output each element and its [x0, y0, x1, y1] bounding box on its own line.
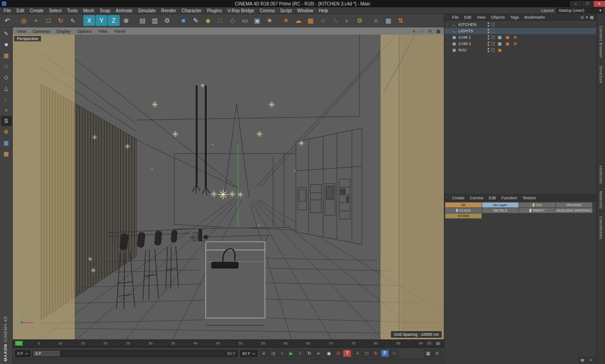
layer-chip[interactable]	[491, 42, 495, 46]
timeline-tick[interactable]: 35	[171, 341, 175, 345]
live-selection-button[interactable]: ◎	[18, 15, 30, 26]
z-axis-lock-button[interactable]: Z	[108, 15, 120, 26]
goto-last-frame-button[interactable]: »	[314, 349, 323, 357]
scale-tool-button[interactable]: □	[42, 15, 54, 26]
pan-view-icon[interactable]: +	[410, 28, 417, 34]
material-manager-menu-item[interactable]: Corona	[467, 196, 486, 200]
current-frame-field[interactable]: 0 F ◂▸	[15, 350, 31, 357]
x-axis-lock-button[interactable]: X	[83, 15, 95, 26]
viewport-3d-scene[interactable]: Perspective Grid Spacing : 10000 cm	[13, 35, 444, 339]
layer-building-materials-button[interactable]: BUILDING MATERIALS	[556, 208, 592, 213]
axis-mode-button[interactable]: ∟	[1, 94, 12, 104]
corona-camera-tag-icon[interactable]: ▣	[504, 41, 510, 46]
key-parameter-button[interactable]: P	[381, 349, 389, 357]
timeline-tick[interactable]: 55	[261, 341, 265, 345]
object-manager-menu-item[interactable]: File	[449, 15, 462, 20]
object-row-nav[interactable]: ∷ ▣ NAV ▣	[444, 47, 596, 53]
layer-chip[interactable]	[491, 35, 495, 39]
corona-sky-button[interactable]: ☁	[292, 15, 304, 26]
viewport-menu-item[interactable]: Filter	[95, 29, 111, 34]
separator[interactable]	[132, 15, 136, 26]
layer-stone-button[interactable]: STONE	[445, 213, 482, 218]
timeline-range-slider[interactable]: 0 F 90 F	[32, 350, 238, 357]
material-manager-menu-item[interactable]: Texture	[520, 196, 539, 200]
range-slider-handle[interactable]: 0 F	[33, 351, 60, 356]
separator[interactable]	[173, 15, 177, 26]
add-light-button[interactable]: ☀	[264, 15, 275, 26]
separator[interactable]	[14, 15, 17, 26]
separator[interactable]	[366, 15, 370, 26]
object-manager-menu-item[interactable]: Edit	[462, 15, 474, 20]
protection-tag-icon[interactable]: ⊘	[512, 41, 518, 46]
rotate-tool-button[interactable]: ↻	[55, 15, 66, 26]
minimize-button[interactable]: –	[570, 1, 581, 7]
prev-keyframe-icon[interactable]: ◇	[426, 340, 433, 346]
goto-next-frame-button[interactable]: ›	[296, 349, 305, 357]
menubar-item[interactable]: Edit	[14, 8, 27, 13]
menubar-item[interactable]: Help	[316, 8, 331, 13]
timeline-tick[interactable]: 5	[38, 341, 40, 345]
add-camera-button[interactable]: ▣	[251, 15, 263, 26]
add-spline-button[interactable]: ✎	[190, 15, 202, 26]
dock-tab[interactable]: Content Browser	[599, 26, 603, 58]
separator[interactable]	[276, 15, 280, 26]
layer-nolayer-button[interactable]: No Layer	[482, 202, 519, 207]
quantize-button[interactable]: ⚙	[1, 127, 12, 137]
workplane-align-button[interactable]: ▦	[1, 149, 12, 159]
corona-sun-button[interactable]: ☀	[280, 15, 292, 26]
layer-organic-button[interactable]: ORGANIC	[556, 202, 592, 207]
layer-glass-button[interactable]: GLASS	[445, 208, 482, 213]
dock-tab[interactable]: Structure	[599, 66, 603, 83]
om-panel-icon[interactable]: ▦	[590, 15, 594, 20]
timeline-tick[interactable]: 80	[374, 341, 378, 345]
goto-first-frame-button[interactable]: «	[259, 349, 268, 357]
polygons-mode-button[interactable]: △	[1, 83, 12, 93]
add-cube-button[interactable]: ■	[178, 15, 189, 26]
render-settings-button[interactable]: ⚙	[161, 15, 173, 26]
workplane-button[interactable]: ▦	[382, 15, 394, 26]
layout-select[interactable]: Startup (User) ▾	[556, 8, 604, 13]
object-row-kitchen[interactable]: ∷ ∟ KITCHEN	[444, 21, 596, 28]
spinner-icons[interactable]: ◂▸	[252, 352, 255, 355]
key-scale-button[interactable]: □	[362, 349, 371, 357]
object-manager-menu-item[interactable]: View	[474, 15, 488, 20]
key-pla-button[interactable]: ∷	[390, 349, 398, 357]
menubar-item[interactable]: Snap	[97, 8, 113, 13]
play-forwards-button[interactable]: ▶	[287, 349, 295, 357]
loop-button[interactable]: ↻	[305, 349, 314, 357]
workplane-lock-button[interactable]: ▦	[1, 138, 12, 148]
dock-tab[interactable]: Attributes	[599, 165, 603, 184]
record-keyframe-button[interactable]: ◉	[325, 349, 333, 357]
snap-mode-button[interactable]: S	[1, 116, 12, 126]
menubar-item[interactable]: Window	[295, 8, 316, 13]
autokey-button[interactable]: ⊘	[334, 349, 342, 357]
key-position-button[interactable]: +	[353, 349, 362, 357]
object-row-lights[interactable]: ∷ ∟ LIGHTS	[444, 28, 596, 34]
viewport-menu-item[interactable]: View	[14, 29, 29, 34]
object-name[interactable]: CAM 1	[458, 35, 481, 40]
timeline-tick[interactable]: 65	[306, 341, 310, 345]
corona-camera-tag-icon[interactable]: ▣	[504, 35, 510, 40]
texture-tag-icon[interactable]: ▦	[497, 35, 503, 40]
key-rotation-button[interactable]: ↻	[371, 349, 380, 357]
object-manager-menu-item[interactable]: Bookmarks	[522, 15, 548, 20]
object-name[interactable]: NAV	[458, 48, 481, 52]
dolly-view-icon[interactable]: ↕	[418, 28, 426, 34]
object-row-cam2[interactable]: ∷ ▣ CAM 2 ▦ ▣ ⊘	[444, 40, 596, 47]
timeline-tick[interactable]: 20	[103, 341, 107, 345]
layer-chip[interactable]	[491, 29, 495, 33]
timeline-tick[interactable]: 85	[397, 341, 401, 345]
timeline-tick[interactable]: 45	[216, 341, 220, 345]
edges-mode-button[interactable]: ◇	[1, 72, 12, 82]
points-mode-button[interactable]: ∷	[1, 61, 12, 71]
material-manager-menu-item[interactable]: Function	[498, 196, 520, 200]
object-manager-menu-item[interactable]: Tags	[508, 15, 522, 20]
viewport-label[interactable]: Perspective	[14, 36, 41, 41]
corona-camera-tag-icon[interactable]: ▣	[497, 48, 503, 52]
add-subdivision-button[interactable]: ◆	[202, 15, 214, 26]
layer-all-button[interactable]: All	[445, 202, 482, 207]
timeline-tick[interactable]: 90	[419, 341, 423, 345]
toggle-view-icon[interactable]: ▦	[435, 28, 442, 34]
visibility-toggle[interactable]	[488, 35, 489, 40]
menubar-item[interactable]: Create	[27, 8, 46, 13]
